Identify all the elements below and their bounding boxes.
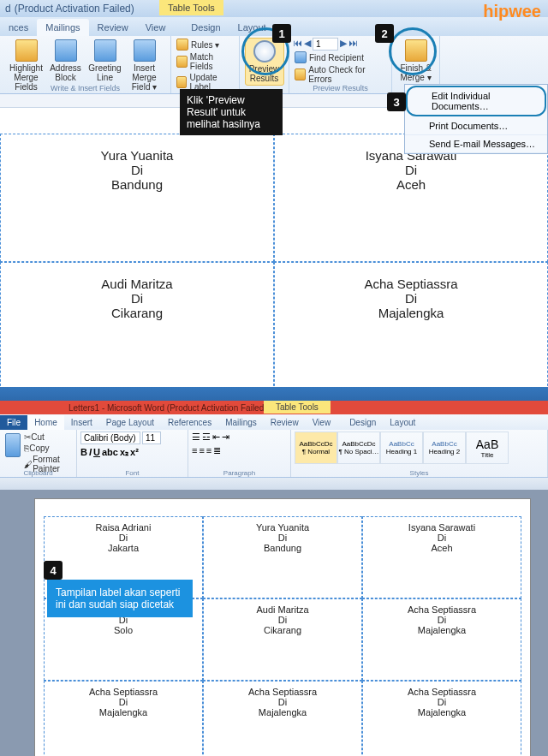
numbering-button[interactable]: ☲ — [202, 432, 211, 443]
label-city: Majalengka — [378, 306, 444, 320]
tab-view-2[interactable]: View — [306, 415, 338, 430]
tab-mailings[interactable]: Mailings — [37, 19, 88, 36]
italic-button[interactable]: I — [89, 447, 92, 458]
style-heading2[interactable]: AaBbCcHeading 2 — [423, 432, 466, 464]
match-fields-button[interactable]: Match Fields — [175, 51, 235, 72]
preview-results-button[interactable]: Preview Results — [245, 38, 284, 86]
rules-button[interactable]: Rules ▾ — [175, 38, 221, 51]
label-cell: Acha SeptiassraDiMajalengka — [362, 681, 521, 756]
group-label-write-insert: Write & Insert Fields — [0, 84, 170, 92]
label-line2: Di — [405, 291, 417, 306]
finish-merge-button[interactable]: Finish & Merge ▾ — [396, 38, 436, 84]
style-title[interactable]: AaBTitle — [466, 432, 509, 464]
label-cell: Yura Yuanita Di Bandung — [0, 134, 274, 262]
prev-rec-icon[interactable]: ◀ — [304, 38, 311, 51]
document-area-2: Raisa AdrianiDiJakarta Yura YuanitaDiBan… — [0, 490, 548, 756]
label-line2: Di — [405, 163, 417, 177]
label-line2: Di — [131, 163, 143, 177]
underline-button[interactable]: U — [93, 447, 100, 458]
contextual-tab-tabletools: Table Tools — [159, 0, 223, 15]
tab-design[interactable]: Design — [182, 19, 229, 36]
tab-design-2[interactable]: Design — [342, 415, 383, 430]
label-cell: Acha SeptiassraDiMajalengka — [44, 681, 203, 756]
cut-button[interactable]: ✂ Cut — [22, 432, 73, 443]
scissors-icon: ✂ — [24, 432, 31, 442]
font-name-select[interactable]: Calibri (Body) — [80, 432, 140, 444]
ribbon-tabs-2: File Home Insert Page Layout References … — [0, 414, 548, 430]
align-right-button[interactable]: ≡ — [206, 445, 211, 456]
last-rec-icon[interactable]: ⏭ — [348, 38, 358, 51]
tab-file[interactable]: File — [0, 415, 27, 430]
tab-mailings-2[interactable]: Mailings — [218, 415, 264, 430]
first-rec-icon[interactable]: ⏮ — [293, 38, 302, 51]
send-email-item[interactable]: Send E-mail Messages… — [405, 135, 547, 153]
tab-pagelayout[interactable]: Page Layout — [99, 415, 161, 430]
strike-button[interactable]: abc — [102, 447, 118, 458]
tab-review-2[interactable]: Review — [264, 415, 306, 430]
label-name: Yura Yuanita — [101, 148, 174, 163]
label-cell: Acha SeptiassraDiMajalengka — [362, 598, 521, 681]
brush-icon: 🖌 — [24, 460, 33, 469]
horizontal-ruler-2[interactable] — [0, 478, 548, 490]
tab-references-partial[interactable]: nces — [0, 19, 37, 36]
label-cell: Acha SeptiassraDiMajalengka — [203, 681, 362, 756]
style-heading1[interactable]: AaBbCcHeading 1 — [380, 432, 423, 464]
label-name: Audi Maritza — [101, 277, 172, 291]
copy-button[interactable]: ⎘ Copy — [22, 443, 73, 454]
label-cell: Audi Maritza Di Cikarang — [0, 262, 274, 390]
group-styles: Styles — [291, 469, 547, 477]
record-number-input[interactable]: 1 — [313, 38, 338, 51]
badge-1: 1 — [272, 24, 291, 43]
label-grid: Yura Yuanita Di Bandung Isyana Sarawati … — [0, 134, 548, 390]
label-cell: Audi MaritzaDiCikarang — [203, 598, 362, 681]
finish-merge-dropdown: Edit Individual Documents… Print Documen… — [404, 84, 548, 154]
label-name: Acha Septiassra — [364, 277, 457, 291]
annotation-tooltip: Klik 'Preview Result' untuk melihat hasi… — [180, 89, 283, 135]
print-docs-item[interactable]: Print Documents… — [405, 117, 547, 135]
badge-3: 3 — [387, 92, 406, 111]
badge-4: 4 — [44, 561, 63, 580]
label-city: Aceh — [396, 177, 426, 192]
annotation-callout: Tampilan label akan seperti ini dan suda… — [47, 580, 193, 617]
tab-review[interactable]: Review — [89, 19, 137, 36]
label-cell: Isyana SarawatiDiAceh — [362, 516, 521, 598]
edit-individual-docs-item[interactable]: Edit Individual Documents… — [406, 86, 546, 116]
magnify-icon — [253, 40, 276, 63]
tab-view[interactable]: View — [137, 19, 175, 36]
justify-button[interactable]: ≣ — [213, 445, 221, 456]
sub-button[interactable]: x₂ — [120, 447, 128, 458]
label-line2: Di — [131, 291, 143, 306]
align-center-button[interactable]: ≡ — [199, 445, 204, 456]
indent-inc-button[interactable]: ⇥ — [222, 432, 229, 443]
bold-button[interactable]: B — [80, 447, 87, 458]
font-size-select[interactable]: 11 — [142, 432, 161, 444]
sup-button[interactable]: x² — [130, 447, 139, 458]
paste-icon[interactable] — [5, 433, 21, 457]
title-bar: d(Product Activation Failed) — [0, 0, 548, 17]
ribbon-home: ✂ Cut ⎘ Copy 🖌 Format Painter Clipboard … — [0, 430, 548, 478]
tab-insert[interactable]: Insert — [64, 415, 99, 430]
title-suffix: (Product Activation Failed) — [15, 3, 134, 15]
label-cell: Acha Septiassra Di Majalengka — [274, 262, 548, 390]
style-nospacing[interactable]: AaBbCcDc¶ No Spaci… — [337, 432, 380, 464]
lower-screenshot: Letters1 - Microsoft Word (Product Activ… — [0, 387, 548, 756]
tab-references[interactable]: References — [161, 415, 218, 430]
upper-screenshot: Table Tools hipwee d(Product Activation … — [0, 0, 548, 384]
watermark-logo: hipwee — [483, 2, 541, 21]
quick-access-toolbar[interactable] — [0, 387, 548, 401]
label-grid-2: Raisa AdrianiDiJakarta Yura YuanitaDiBan… — [44, 516, 521, 756]
tab-layout[interactable]: Layout — [229, 19, 275, 36]
bullets-button[interactable]: ☰ — [192, 432, 200, 443]
auto-check-button[interactable]: Auto Check for Errors — [293, 64, 388, 85]
next-rec-icon[interactable]: ▶ — [340, 38, 347, 51]
badge-2: 2 — [375, 24, 394, 43]
group-paragraph: Paragraph — [188, 469, 290, 477]
find-recipient-button[interactable]: Find Recipient — [293, 51, 366, 64]
style-normal[interactable]: AaBbCcDc¶ Normal — [295, 432, 337, 464]
indent-dec-button[interactable]: ⇤ — [212, 432, 220, 443]
label-city: Cikarang — [111, 306, 163, 320]
tab-home[interactable]: Home — [27, 415, 64, 430]
group-clipboard: Clipboard — [0, 469, 76, 477]
tab-layout-2[interactable]: Layout — [383, 415, 422, 430]
align-left-button[interactable]: ≡ — [192, 445, 197, 456]
